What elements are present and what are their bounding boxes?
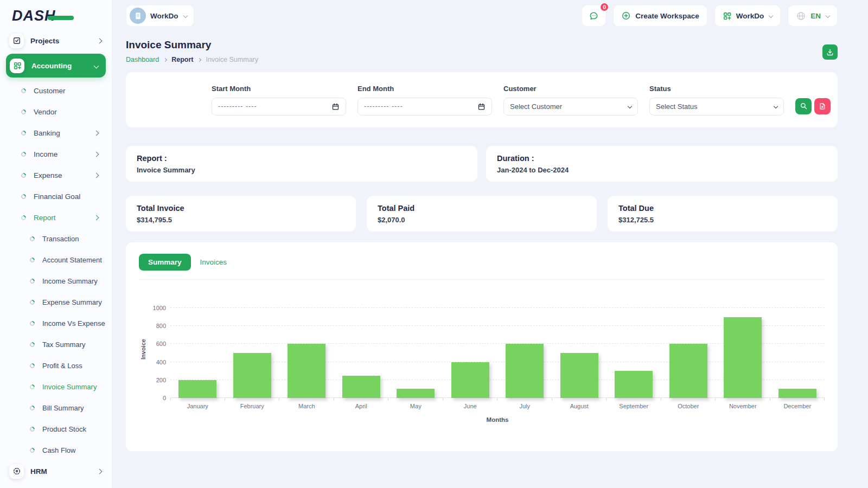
sidebar-item-bill-summary[interactable]: Bill Summary bbox=[6, 397, 106, 419]
sidebar-item-expense-summary[interactable]: Expense Summary bbox=[6, 292, 106, 313]
sidebar-item-income-vs-expense[interactable]: Income Vs Expense bbox=[6, 313, 106, 334]
total-invoice-label: Total Invoice bbox=[137, 204, 345, 213]
bullet-icon bbox=[29, 256, 36, 264]
end-month-placeholder: --------- ---- bbox=[364, 102, 403, 110]
customer-select[interactable]: Select Customer bbox=[503, 98, 638, 115]
y-tick-label: 800 bbox=[156, 323, 166, 329]
sidebar-item-label: Financial Goal bbox=[34, 192, 80, 201]
bullet-icon bbox=[29, 299, 36, 306]
bullet-icon bbox=[29, 362, 36, 369]
report-label: Report : bbox=[137, 154, 467, 163]
workspace-avatar bbox=[130, 8, 146, 24]
report-value: Invoice Summary bbox=[137, 166, 467, 174]
bar-column-june bbox=[443, 362, 498, 398]
sidebar-item-account-statement[interactable]: Account Statement bbox=[6, 249, 106, 271]
tab-invoices[interactable]: Invoices bbox=[200, 254, 227, 271]
start-month-label: Start Month bbox=[212, 85, 346, 93]
breadcrumb-dashboard-link[interactable]: Dashboard bbox=[126, 56, 159, 63]
bullet-icon bbox=[20, 108, 27, 115]
bullet-icon bbox=[29, 447, 36, 454]
sidebar-item-cash-flow[interactable]: Cash Flow bbox=[6, 440, 106, 461]
chat-badge: 0 bbox=[599, 2, 609, 12]
sidebar-item-label: HRM bbox=[30, 467, 47, 476]
calendar-icon[interactable] bbox=[331, 102, 340, 111]
chevron-right-icon bbox=[97, 38, 103, 43]
workspace-name: WorkDo bbox=[150, 12, 178, 20]
bar-may bbox=[397, 389, 435, 398]
y-tick-label: 1000 bbox=[153, 305, 166, 311]
bar-column-february bbox=[225, 353, 280, 398]
total-paid-card: Total Paid $2,070.0 bbox=[367, 196, 597, 232]
sidebar-item-product-stock[interactable]: Product Stock bbox=[6, 419, 106, 440]
sidebar-item-label: Projects bbox=[30, 37, 59, 45]
app-logo[interactable]: DASH bbox=[0, 0, 112, 29]
workspace-switcher[interactable]: WorkDo bbox=[126, 5, 194, 27]
topbar: WorkDo 0 Create Workspace WorkDo bbox=[126, 0, 838, 31]
workdo-apps-button[interactable]: WorkDo bbox=[714, 5, 781, 27]
plot-area bbox=[170, 300, 825, 398]
sidebar-item-invoice-summary[interactable]: Invoice Summary bbox=[6, 376, 106, 397]
x-tick-label: June bbox=[443, 403, 498, 409]
breadcrumb-report-link[interactable]: Report bbox=[171, 56, 193, 63]
sidebar-item-label: Expense bbox=[34, 171, 62, 179]
y-tick-label: 200 bbox=[156, 377, 166, 383]
bar-june bbox=[451, 362, 489, 398]
workdo-menu-label: WorkDo bbox=[736, 12, 764, 20]
apply-filter-button[interactable] bbox=[795, 98, 812, 114]
bar-february bbox=[233, 353, 271, 398]
messages-button[interactable]: 0 bbox=[582, 5, 606, 27]
create-workspace-label: Create Workspace bbox=[635, 12, 699, 20]
reset-filter-button[interactable] bbox=[814, 98, 831, 114]
page-header: Invoice Summary Dashboard Report Invoice… bbox=[126, 39, 838, 63]
sidebar-item-hrm[interactable]: HRM bbox=[6, 461, 106, 481]
end-month-input[interactable]: --------- ---- bbox=[358, 98, 492, 115]
bar-july bbox=[506, 344, 544, 398]
sidebar-item-financial-goal[interactable]: Financial Goal bbox=[6, 186, 106, 207]
language-selector[interactable]: EN bbox=[788, 5, 838, 27]
page-title: Invoice Summary bbox=[126, 39, 258, 51]
sidebar-item-vendor[interactable]: Vendor bbox=[6, 101, 106, 123]
main-content: WorkDo 0 Create Workspace WorkDo bbox=[112, 0, 868, 488]
chevron-down-icon bbox=[94, 63, 99, 68]
sidebar-item-expense[interactable]: Expense bbox=[6, 165, 106, 186]
tab-summary[interactable]: Summary bbox=[139, 254, 191, 271]
bullet-icon bbox=[20, 193, 27, 200]
download-report-button[interactable] bbox=[822, 44, 838, 60]
calendar-icon[interactable] bbox=[477, 102, 486, 111]
bar-column-january bbox=[170, 380, 225, 398]
bar-column-august bbox=[552, 353, 607, 398]
bullet-icon bbox=[29, 278, 36, 285]
duration-label: Duration : bbox=[497, 154, 827, 163]
tab-divider bbox=[139, 279, 825, 280]
sidebar-item-income[interactable]: Income bbox=[6, 144, 106, 165]
sidebar-item-projects[interactable]: Projects bbox=[6, 30, 106, 51]
sidebar-item-customer[interactable]: Customer bbox=[6, 80, 106, 101]
x-tick-label: October bbox=[661, 403, 716, 409]
y-axis: 02004006008001000 bbox=[148, 300, 166, 398]
sidebar-item-label: Banking bbox=[34, 129, 60, 137]
status-select[interactable]: Select Status bbox=[649, 98, 784, 115]
bar-march bbox=[288, 344, 326, 398]
status-select-value: Select Status bbox=[656, 102, 698, 111]
report-info-row: Report : Invoice Summary Duration : Jan-… bbox=[126, 146, 838, 182]
sidebar-item-profit-loss[interactable]: Profit & Loss bbox=[6, 355, 106, 376]
sidebar-item-income-summary[interactable]: Income Summary bbox=[6, 271, 106, 292]
bar-december bbox=[778, 389, 816, 398]
sidebar-item-banking[interactable]: Banking bbox=[6, 123, 106, 144]
start-month-input[interactable]: --------- ---- bbox=[212, 98, 346, 115]
breadcrumb: Dashboard Report Invoice Summary bbox=[126, 56, 258, 63]
grid-plus-icon bbox=[10, 59, 24, 73]
sidebar-item-label: Accounting bbox=[31, 62, 72, 70]
create-workspace-button[interactable]: Create Workspace bbox=[613, 5, 707, 27]
bar-column-march bbox=[279, 344, 334, 398]
report-name-card: Report : Invoice Summary bbox=[126, 146, 477, 182]
x-axis: JanuaryFebruaryMarchAprilMayJuneJulyAugu… bbox=[170, 403, 825, 409]
sidebar-item-tax-summary[interactable]: Tax Summary bbox=[6, 334, 106, 355]
sidebar-item-accounting[interactable]: Accounting bbox=[6, 54, 106, 78]
download-icon bbox=[826, 48, 834, 56]
total-due-label: Total Due bbox=[618, 204, 827, 213]
bar-april bbox=[342, 376, 380, 399]
bar-september bbox=[615, 371, 653, 398]
sidebar-item-transaction[interactable]: Transaction bbox=[6, 228, 106, 249]
sidebar-item-report[interactable]: Report bbox=[6, 207, 106, 228]
